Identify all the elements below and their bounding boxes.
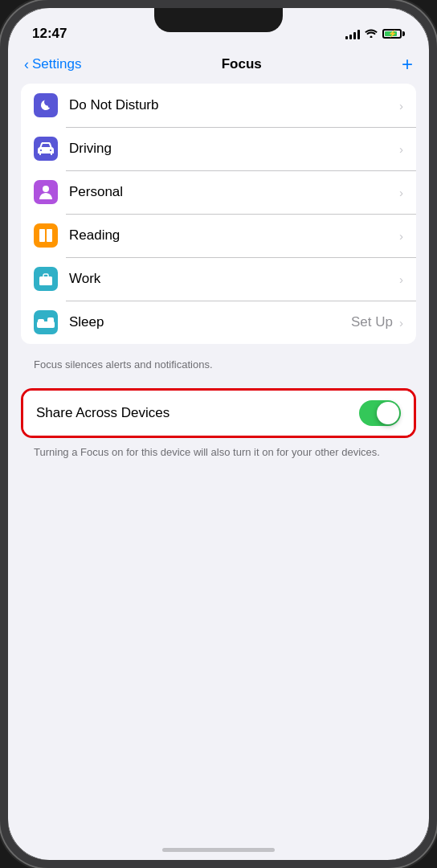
share-across-devices-toggle[interactable] — [359, 400, 401, 426]
nav-add-button[interactable]: + — [402, 55, 413, 74]
chevron-right-icon-4: › — [399, 229, 403, 243]
personal-label: Personal — [69, 184, 399, 200]
share-across-devices-highlight: Share Across Devices — [21, 388, 416, 438]
work-chevron: › — [399, 272, 403, 286]
battery-bolt: ⚡ — [388, 30, 397, 38]
list-item-driving[interactable]: Driving › — [21, 127, 416, 170]
chevron-right-icon: › — [399, 99, 403, 113]
chevron-right-icon-3: › — [399, 186, 403, 199]
nav-bar: ‹ Settings Focus + — [8, 48, 429, 84]
driving-icon — [34, 137, 58, 161]
reading-chevron: › — [399, 229, 403, 243]
do-not-disturb-label: Do Not Disturb — [69, 97, 399, 113]
signal-bar-4 — [357, 30, 360, 39]
toggle-knob — [377, 402, 399, 424]
wifi-icon — [365, 28, 378, 40]
nav-back-button[interactable]: ‹ Settings — [24, 56, 81, 72]
sleep-label: Sleep — [69, 314, 351, 330]
nav-title: Focus — [222, 56, 262, 72]
focus-footer-text: Focus silences alerts and notifications. — [34, 358, 213, 371]
share-across-devices-label: Share Across Devices — [36, 405, 359, 421]
svg-rect-1 — [39, 229, 45, 242]
battery-icon: ⚡ — [382, 29, 405, 39]
focus-footer: Focus silences alerts and notifications. — [21, 350, 416, 372]
back-chevron-icon: ‹ — [24, 57, 29, 72]
do-not-disturb-chevron: › — [399, 99, 403, 113]
svg-rect-3 — [39, 276, 52, 285]
list-item-do-not-disturb[interactable]: Do Not Disturb › — [21, 84, 416, 127]
svg-rect-6 — [38, 319, 44, 324]
list-item-work[interactable]: Work › — [21, 257, 416, 301]
svg-rect-2 — [47, 229, 52, 242]
driving-chevron: › — [399, 142, 403, 156]
reading-icon — [34, 223, 58, 248]
focus-items-group: Do Not Disturb › Driving › — [21, 84, 416, 344]
signal-bar-2 — [349, 35, 352, 39]
home-indicator — [162, 848, 275, 852]
main-content: Do Not Disturb › Driving › — [8, 84, 429, 460]
chevron-right-icon-5: › — [399, 272, 403, 286]
share-footer-text: Turning a Focus on for this device will … — [34, 446, 380, 458]
signal-bar-1 — [345, 36, 348, 39]
status-icons: ⚡ — [345, 28, 405, 40]
work-label: Work — [69, 271, 399, 287]
list-item-personal[interactable]: Personal › — [21, 170, 416, 214]
nav-back-label: Settings — [32, 56, 81, 72]
chevron-right-icon-6: › — [399, 316, 403, 330]
notch — [154, 8, 283, 32]
signal-bar-3 — [353, 32, 356, 39]
list-item-reading[interactable]: Reading › — [21, 214, 416, 257]
signal-bars — [345, 28, 360, 39]
list-item-sleep[interactable]: Sleep Set Up › — [21, 301, 416, 344]
personal-icon — [34, 180, 58, 204]
phone-frame: 12:47 ⚡ — [0, 0, 437, 868]
do-not-disturb-icon — [34, 93, 58, 117]
share-footer: Turning a Focus on for this device will … — [21, 438, 416, 460]
share-across-devices-row[interactable]: Share Across Devices — [23, 391, 414, 436]
chevron-right-icon-2: › — [399, 142, 403, 156]
sleep-icon — [34, 310, 58, 334]
sleep-right: Set Up › — [351, 314, 403, 330]
personal-chevron: › — [399, 186, 403, 199]
sleep-setup-label: Set Up — [351, 314, 393, 330]
svg-point-0 — [43, 186, 49, 192]
svg-rect-7 — [47, 317, 54, 324]
battery-tip — [402, 31, 405, 36]
work-icon — [34, 267, 58, 291]
driving-label: Driving — [69, 141, 399, 157]
reading-label: Reading — [69, 227, 399, 244]
status-time: 12:47 — [32, 26, 67, 42]
screen: 12:47 ⚡ — [8, 8, 429, 860]
